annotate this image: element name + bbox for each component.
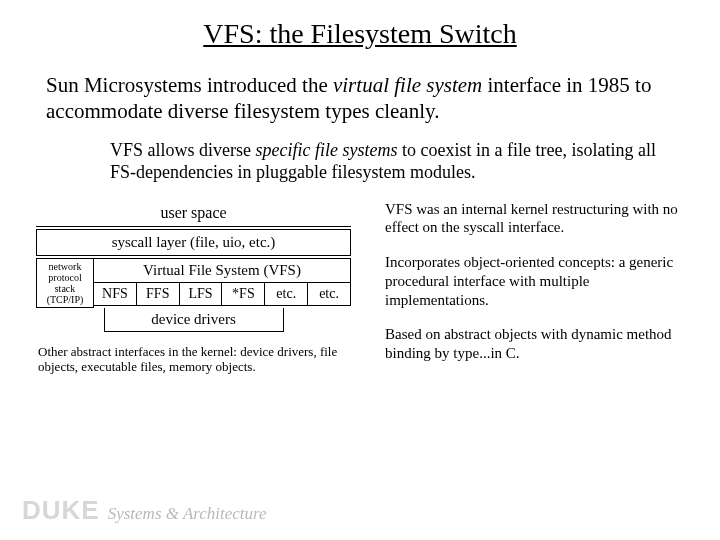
- note-1: VFS was an internal kernel restructuring…: [385, 200, 685, 238]
- sub-a: VFS allows diverse: [110, 140, 256, 160]
- diagram-syscall-layer: syscall layer (file, uio, etc.): [36, 229, 351, 256]
- divider: [36, 226, 351, 227]
- diagram-user-space: user space: [36, 200, 351, 226]
- diagram-fs-etc2: etc.: [308, 283, 351, 306]
- intro-em: virtual file system: [333, 73, 482, 97]
- diagram-vfs: Virtual File System (VFS): [94, 258, 351, 283]
- page-title: VFS: the Filesystem Switch: [30, 18, 690, 50]
- diagram-fs-nfs: NFS: [94, 283, 137, 306]
- footer-subtitle: Systems & Architecture: [108, 504, 267, 524]
- diagram-fs-lfs: LFS: [180, 283, 223, 306]
- sub-em: specific file systems: [256, 140, 398, 160]
- diagram-device-drivers: device drivers: [104, 308, 284, 332]
- diagram: user space syscall layer (file, uio, etc…: [36, 200, 351, 375]
- diagram-fs-ffs: FFS: [137, 283, 180, 306]
- footer: DUKE Systems & Architecture: [22, 495, 267, 526]
- side-notes: VFS was an internal kernel restructuring…: [385, 200, 685, 379]
- sub-text: VFS allows diverse specific file systems…: [110, 139, 680, 184]
- footer-logo: DUKE: [22, 495, 100, 526]
- diagram-caption: Other abstract interfaces in the kernel:…: [36, 344, 351, 375]
- diagram-network-stack: network protocol stack (TCP/IP): [36, 258, 94, 308]
- intro-text: Sun Microsystems introduced the virtual …: [46, 72, 674, 125]
- note-2: Incorporates object-oriented concepts: a…: [385, 253, 685, 309]
- note-3: Based on abstract objects with dynamic m…: [385, 325, 685, 363]
- intro-a: Sun Microsystems introduced the: [46, 73, 333, 97]
- diagram-fs-star: *FS: [222, 283, 265, 306]
- diagram-fs-etc1: etc.: [265, 283, 308, 306]
